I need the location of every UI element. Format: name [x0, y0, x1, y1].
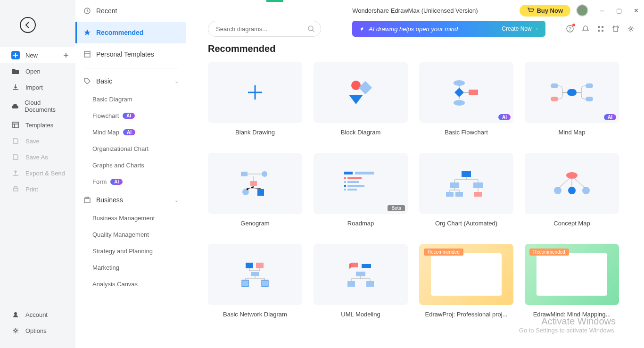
- primary-sidebar: New Open Import Cloud Documents Template…: [0, 0, 75, 348]
- banner-cta[interactable]: Create Now →: [502, 25, 539, 32]
- cat-personal[interactable]: Personal Templates: [75, 43, 186, 65]
- template-icon: [83, 50, 91, 58]
- sub-quality[interactable]: Quality Management: [75, 226, 186, 243]
- sub-strategy[interactable]: Strategy and Planning: [75, 243, 186, 259]
- svg-rect-46: [455, 192, 463, 197]
- svg-point-16: [630, 28, 632, 30]
- group-basic[interactable]: Basic ⌄: [75, 71, 186, 91]
- card-basic-flowchart[interactable]: AI Basic Flowchart: [419, 62, 513, 141]
- group-label: Basic: [96, 77, 112, 85]
- nav-label: Cloud Documents: [25, 99, 69, 113]
- bell-icon[interactable]: [582, 25, 589, 33]
- minimize-button[interactable]: ─: [594, 0, 610, 21]
- sub-basic-diagram[interactable]: Basic Diagram: [75, 91, 186, 108]
- sub-bizmgmt[interactable]: Business Management: [75, 210, 186, 226]
- nav-label: Save As: [25, 154, 48, 161]
- sub-orgchart[interactable]: Organizational Chart: [75, 141, 186, 157]
- nav-import[interactable]: Import: [0, 79, 75, 95]
- card-edrawmind[interactable]: Recommended EdrawMind: Mind Mapping...: [525, 244, 619, 323]
- settings-icon[interactable]: [627, 25, 635, 33]
- group-label: Business: [96, 196, 123, 204]
- card-label: Basic Flowchart: [419, 123, 513, 141]
- nav-label: Open: [25, 68, 41, 75]
- svg-rect-23: [551, 83, 558, 88]
- cart-icon: [527, 7, 534, 14]
- svg-point-3: [14, 312, 17, 315]
- svg-point-9: [308, 26, 313, 31]
- svg-point-48: [566, 172, 578, 179]
- nav-account[interactable]: Account: [0, 307, 75, 323]
- content-area[interactable]: Recommended Blank Drawing Block Diagram …: [186, 43, 644, 348]
- save-icon: [11, 137, 20, 145]
- card-label: EdrawMind: Mind Mapping...: [525, 305, 619, 323]
- avatar[interactable]: [576, 4, 588, 17]
- recommended-badge: Recommended: [529, 249, 569, 256]
- card-edrawproj[interactable]: Recommended EdrawProj: Professional proj…: [419, 244, 513, 323]
- group-business[interactable]: Business ⌄: [75, 190, 186, 210]
- svg-rect-53: [256, 263, 264, 268]
- card-orgchart[interactable]: Org Chart (Automated): [419, 153, 513, 232]
- nav-label: Templates: [25, 122, 53, 129]
- nav-templates[interactable]: Templates: [0, 117, 75, 133]
- tshirt-icon[interactable]: [612, 25, 619, 33]
- card-genogram[interactable]: Genogram: [208, 153, 302, 232]
- folder-icon: [11, 67, 20, 75]
- svg-rect-14: [598, 30, 600, 32]
- search-input[interactable]: [216, 25, 307, 33]
- nav-print[interactable]: Print: [0, 181, 75, 197]
- sub-flowchart[interactable]: FlowchartAI: [75, 108, 186, 124]
- nav-new[interactable]: New: [0, 47, 75, 63]
- card-concept-map[interactable]: Concept Map: [525, 153, 619, 232]
- gear-icon: [11, 326, 20, 335]
- svg-rect-58: [356, 272, 365, 276]
- search-icon[interactable]: [307, 25, 315, 33]
- banner-text: AI drawing helps open your mind: [369, 25, 458, 33]
- nav-export[interactable]: Export & Send: [0, 165, 75, 181]
- svg-rect-18: [359, 81, 372, 94]
- apps-icon[interactable]: [597, 25, 604, 33]
- back-button[interactable]: [20, 17, 36, 33]
- svg-rect-22: [567, 89, 577, 96]
- svg-rect-12: [598, 26, 600, 28]
- card-mind-map[interactable]: AI Mind Map: [525, 62, 619, 141]
- ai-badge: AI: [498, 114, 511, 120]
- nav-save[interactable]: Save: [0, 133, 75, 149]
- cat-recommended[interactable]: Recommended: [75, 22, 186, 43]
- card-uml[interactable]: UML Modeling: [314, 244, 408, 323]
- promo-thumbnail: [431, 253, 502, 296]
- maximize-button[interactable]: ▢: [611, 0, 627, 21]
- star-icon: [83, 28, 91, 37]
- sub-mindmap[interactable]: Mind MapAI: [75, 124, 186, 141]
- sub-form[interactable]: FormAI: [75, 174, 186, 190]
- card-network-diagram[interactable]: Basic Network Diagram: [208, 244, 302, 323]
- nav-options[interactable]: Options: [0, 323, 75, 339]
- svg-rect-36: [344, 181, 346, 183]
- close-button[interactable]: ✕: [628, 0, 644, 21]
- card-roadmap[interactable]: Beta Roadmap: [314, 153, 408, 232]
- promo-thumbnail: [537, 253, 607, 296]
- ai-banner[interactable]: ✦ AI drawing helps open your mind Create…: [352, 21, 545, 37]
- add-icon[interactable]: [63, 52, 69, 58]
- active-indicator: [266, 0, 283, 2]
- nav-saveas[interactable]: Save As: [0, 149, 75, 165]
- svg-rect-24: [551, 97, 558, 101]
- card-block-diagram[interactable]: Block Diagram: [314, 62, 408, 141]
- sub-marketing[interactable]: Marketing: [75, 259, 186, 276]
- card-label: Genogram: [208, 214, 302, 232]
- card-label: Org Chart (Automated): [419, 214, 513, 232]
- card-blank-drawing[interactable]: Blank Drawing: [208, 62, 302, 141]
- tag-icon: [83, 77, 91, 85]
- help-icon[interactable]: ?: [566, 25, 574, 33]
- search-box[interactable]: [208, 21, 321, 37]
- sub-analysis[interactable]: Analysis Canvas: [75, 276, 186, 292]
- toolbar: ✦ AI drawing helps open your mind Create…: [186, 21, 644, 43]
- export-icon: [11, 169, 20, 177]
- saveas-icon: [11, 153, 20, 161]
- nav-label: Import: [25, 84, 43, 91]
- sub-graphs[interactable]: Graphs and Charts: [75, 157, 186, 174]
- nav-cloud[interactable]: Cloud Documents: [0, 95, 75, 117]
- ai-badge: AI: [123, 129, 135, 135]
- buy-now-button[interactable]: Buy Now: [520, 5, 570, 17]
- cat-recent[interactable]: Recent: [75, 0, 186, 22]
- nav-open[interactable]: Open: [0, 63, 75, 79]
